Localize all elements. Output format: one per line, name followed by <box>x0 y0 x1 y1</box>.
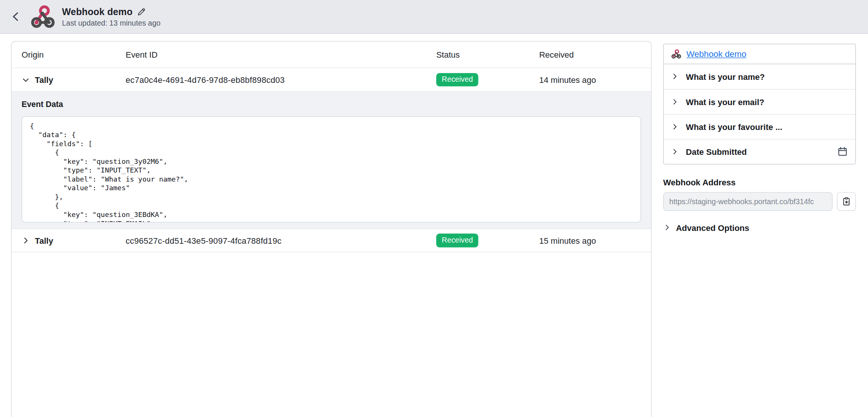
webhook-address-input[interactable] <box>663 192 833 211</box>
clipboard-copy-icon <box>841 197 851 206</box>
page-title: Webhook demo <box>62 6 133 17</box>
main-content: Origin Event ID Status Received Tally ec… <box>0 34 868 417</box>
event-id-value: ec7a0c4e-4691-4d76-97d8-eb8bf898cd03 <box>126 75 436 84</box>
edit-title-button[interactable] <box>137 7 147 17</box>
app-window: Webhook demo Last updated: 13 minutes ag… <box>0 0 868 417</box>
column-header-status: Status <box>436 50 539 59</box>
webhook-side-panel: Webhook demo What is your name? What is … <box>663 44 856 232</box>
pencil-icon <box>137 7 147 17</box>
title-block: Webhook demo Last updated: 13 minutes ag… <box>62 6 160 27</box>
origin-label: Tally <box>35 236 53 245</box>
chevron-left-icon <box>11 11 21 22</box>
field-row-name[interactable]: What is your name? <box>664 64 855 89</box>
calendar-icon <box>837 146 848 157</box>
received-time: 14 minutes ago <box>539 75 641 84</box>
chevron-right-icon <box>671 98 679 106</box>
event-data-section: Event Data { "data": { "fields": [ { "ke… <box>12 91 651 229</box>
received-time: 15 minutes ago <box>539 236 641 245</box>
chevron-down-icon[interactable] <box>21 76 30 84</box>
field-row-email[interactable]: What is your email? <box>664 89 855 114</box>
last-updated-text: Last updated: 13 minutes ago <box>62 18 160 27</box>
webhook-fields-card: Webhook demo What is your name? What is … <box>663 44 856 164</box>
column-header-event-id: Event ID <box>126 50 436 59</box>
column-header-received: Received <box>539 50 641 59</box>
field-row-date-submitted[interactable]: Date Submitted <box>664 139 855 164</box>
chevron-right-icon <box>663 224 671 232</box>
chevron-right-icon <box>671 72 679 81</box>
status-badge: Received <box>436 73 478 87</box>
event-data-json-viewer[interactable]: { "data": { "fields": [ { "key": "questi… <box>21 116 641 223</box>
webhook-link-row[interactable]: Webhook demo <box>664 44 855 64</box>
field-label: What is your favourite ... <box>686 122 848 131</box>
column-header-origin: Origin <box>21 50 125 59</box>
table-row-event-1[interactable]: Tally ec7a0c4e-4691-4d76-97d8-eb8bf898cd… <box>12 68 651 92</box>
event-data-heading: Event Data <box>21 99 641 108</box>
table-header-row: Origin Event ID Status Received <box>12 41 651 68</box>
event-id-value: cc96527c-dd51-43e5-9097-4fca788fd19c <box>126 236 436 245</box>
advanced-options-toggle[interactable]: Advanced Options <box>663 223 856 232</box>
table-row-event-2[interactable]: Tally cc96527c-dd51-43e5-9097-4fca788fd1… <box>12 229 651 252</box>
field-label: What is your name? <box>686 72 848 81</box>
chevron-right-icon <box>671 148 679 156</box>
field-label: What is your email? <box>686 97 848 107</box>
advanced-options-label: Advanced Options <box>676 223 749 232</box>
chevron-right-icon <box>671 122 679 131</box>
copy-address-button[interactable] <box>837 192 856 211</box>
webhook-icon <box>671 49 682 59</box>
events-table-card: Origin Event ID Status Received Tally ec… <box>11 41 651 417</box>
field-label: Date Submitted <box>686 147 831 156</box>
back-button[interactable] <box>9 9 23 24</box>
webhook-demo-link[interactable]: Webhook demo <box>686 49 746 59</box>
webhook-address-row <box>663 192 856 211</box>
app-header: Webhook demo Last updated: 13 minutes ag… <box>0 0 868 34</box>
status-badge: Received <box>436 234 478 247</box>
origin-label: Tally <box>35 75 53 84</box>
field-row-favourite[interactable]: What is your favourite ... <box>664 114 855 139</box>
webhook-logo-icon <box>30 4 55 29</box>
chevron-right-icon[interactable] <box>21 236 30 244</box>
webhook-address-label: Webhook Address <box>663 178 856 187</box>
